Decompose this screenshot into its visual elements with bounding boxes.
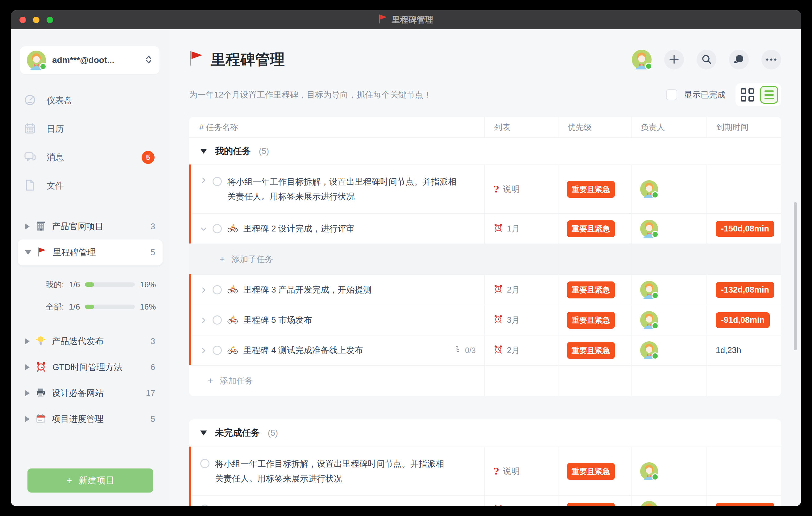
column-header-owner[interactable]: 负责人 [631, 117, 706, 137]
priority-cell[interactable]: 重要且紧急 [558, 496, 631, 506]
task-row[interactable]: 里程碑 3 产品开发完成，开始提测 2月 重要且紧急 -132d,08min [189, 274, 781, 305]
collapse-triangle-icon[interactable] [200, 431, 207, 435]
minimize-button[interactable] [33, 17, 39, 23]
add-button[interactable] [664, 50, 684, 69]
collapse-triangle-icon[interactable] [200, 149, 207, 154]
new-project-button[interactable]: + 新建项目 [27, 468, 153, 492]
group-header-my-tasks[interactable]: 我的任务 (5) [189, 138, 781, 165]
expand-chevron-icon[interactable] [200, 347, 207, 354]
add-task-row[interactable]: + 添加任务 [189, 365, 781, 396]
caret-right-icon[interactable] [25, 338, 30, 344]
task-row[interactable]: 将小组一年工作目标拆解，设置出里程碑时间节点。并指派相关责任人。用标签来展示进行… [189, 165, 781, 213]
due-cell[interactable]: -132d,08min [706, 275, 781, 305]
list-label: 2月 [507, 284, 520, 295]
complete-checkbox[interactable] [212, 285, 222, 294]
owner-cell[interactable] [631, 496, 706, 506]
search-button[interactable] [697, 50, 716, 69]
column-header-list[interactable]: 列表 [484, 117, 558, 137]
group-header-uncompleted[interactable]: 未完成任务 (5) [189, 420, 781, 447]
project-count: 17 [146, 389, 155, 398]
expand-chevron-icon[interactable] [200, 317, 207, 324]
traffic-lights [20, 17, 53, 23]
priority-cell[interactable]: 重要且紧急 [558, 214, 631, 243]
due-cell[interactable]: 1d,23h [706, 336, 781, 365]
priority-cell[interactable]: 重要且紧急 [558, 165, 631, 213]
sidebar-item-dashboard[interactable]: 仪表盘 [11, 86, 169, 115]
column-header-due[interactable]: 到期时间 [706, 117, 781, 137]
task-row[interactable]: 将小组一年工作目标拆解，设置出里程碑时间节点。并指派相关责任人。用标签来展示进行… [189, 447, 781, 495]
sidebar-project-schedule[interactable]: 项目进度管理 5 [18, 406, 163, 432]
complete-checkbox[interactable] [212, 177, 222, 186]
chat-button[interactable] [729, 50, 749, 69]
list-cell[interactable]: 2月 [484, 336, 558, 365]
list-cell[interactable]: 1月 [484, 496, 558, 506]
priority-cell[interactable]: 重要且紧急 [558, 336, 631, 365]
owner-cell[interactable] [631, 275, 706, 305]
list-cell[interactable]: ? 说明 [484, 447, 558, 495]
expand-chevron-icon[interactable] [200, 177, 207, 183]
owner-cell[interactable] [631, 214, 706, 243]
vertical-scrollbar[interactable] [794, 202, 797, 350]
task-row[interactable]: 里程碑 2 设计完成，进行评审 1月 重要且紧急 -150d,08min [189, 495, 781, 506]
current-user-avatar[interactable] [632, 50, 651, 69]
list-cell[interactable]: 1月 [484, 214, 558, 243]
task-row[interactable]: 里程碑 2 设计完成，进行评审 1月 重要且紧急 -150d,08min [189, 213, 781, 243]
project-label: 产品官网项目 [52, 221, 104, 232]
sidebar-item-messages[interactable]: 消息 5 [11, 143, 169, 172]
window-title-text: 里程碑管理 [392, 14, 433, 25]
collapse-chevron-icon[interactable] [200, 226, 207, 232]
chat-icon [733, 54, 745, 66]
priority-cell[interactable]: 重要且紧急 [558, 305, 631, 335]
close-button[interactable] [20, 17, 26, 23]
list-cell[interactable]: ? 说明 [484, 165, 558, 213]
complete-checkbox[interactable] [200, 459, 209, 468]
list-cell[interactable]: 2月 [484, 275, 558, 305]
add-subtask-row[interactable]: + 添加子任务 [189, 243, 781, 274]
caret-down-icon[interactable] [25, 250, 31, 255]
list-cell[interactable]: 3月 [484, 305, 558, 335]
sidebar-item-files[interactable]: 文件 [11, 172, 169, 200]
column-header-priority[interactable]: 优先级 [558, 117, 631, 137]
grid-icon [741, 88, 754, 102]
sidebar-project-milestone[interactable]: 里程碑管理 5 [18, 239, 163, 265]
sidebar-item-calendar[interactable]: 日历 [11, 115, 169, 143]
complete-checkbox[interactable] [212, 315, 222, 325]
board-view-button[interactable] [738, 86, 756, 104]
sidebar-project-gtd[interactable]: GTD时间管理方法 6 [18, 354, 163, 380]
progress-label: 我的: [46, 279, 64, 290]
account-switcher[interactable]: adm***@doot... [20, 46, 160, 74]
caret-right-icon[interactable] [25, 224, 30, 230]
complete-checkbox[interactable] [212, 224, 222, 233]
priority-badge: 重要且紧急 [567, 282, 615, 298]
task-row[interactable]: 里程碑 5 市场发布 3月 重要且紧急 -91d,08min [189, 305, 781, 335]
due-cell[interactable]: -150d,08min [706, 214, 781, 243]
zoom-button[interactable] [47, 17, 53, 23]
priority-cell[interactable]: 重要且紧急 [558, 275, 631, 305]
complete-checkbox[interactable] [200, 505, 209, 506]
progress-bar [85, 282, 135, 287]
subtask-tree-icon [455, 346, 462, 355]
due-cell[interactable] [706, 165, 781, 213]
owner-cell[interactable] [631, 165, 706, 213]
list-view-button[interactable] [760, 86, 778, 104]
search-icon [701, 54, 712, 65]
owner-cell[interactable] [631, 305, 706, 335]
priority-cell[interactable]: 重要且紧急 [558, 447, 631, 495]
owner-cell[interactable] [631, 336, 706, 365]
sidebar-project-design-sites[interactable]: 设计必备网站 17 [18, 380, 163, 406]
show-completed-checkbox[interactable] [666, 89, 677, 100]
due-cell[interactable] [706, 447, 781, 495]
expand-chevron-icon[interactable] [200, 287, 207, 293]
due-cell[interactable]: -91d,08min [706, 305, 781, 335]
complete-checkbox[interactable] [212, 346, 222, 355]
column-header-task[interactable]: # 任务名称 [189, 117, 484, 137]
caret-right-icon[interactable] [25, 416, 30, 422]
more-button[interactable] [761, 50, 781, 69]
task-row[interactable]: 里程碑 4 测试完成准备线上发布 0/3 2月 重要且紧急 1d [189, 335, 781, 365]
owner-cell[interactable] [631, 447, 706, 495]
sidebar-project-website[interactable]: 产品官网项目 3 [18, 213, 163, 239]
due-cell[interactable]: -150d,08min [706, 496, 781, 506]
sidebar-project-iteration[interactable]: 产品迭代发布 3 [18, 328, 163, 354]
caret-right-icon[interactable] [25, 364, 30, 370]
caret-right-icon[interactable] [25, 390, 30, 396]
